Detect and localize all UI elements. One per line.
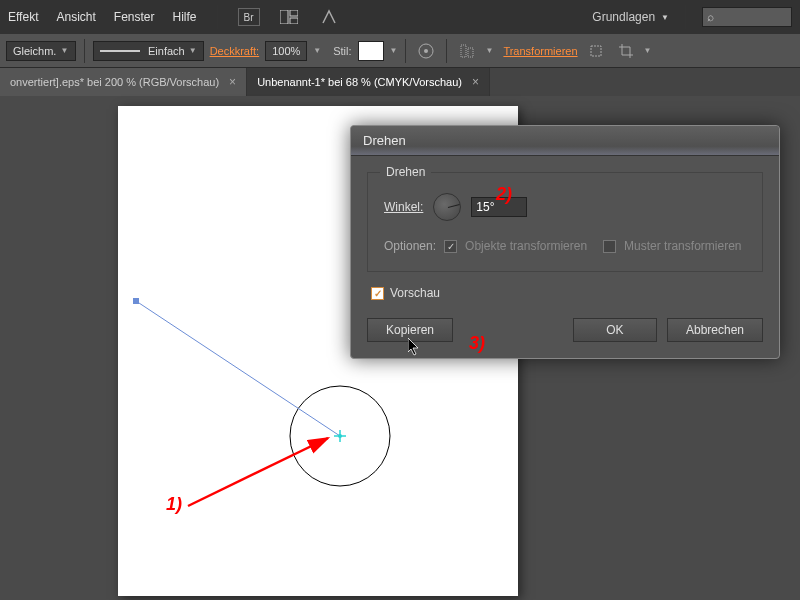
angle-input-field[interactable] (476, 200, 522, 214)
tab-document-2[interactable]: Unbenannt-1* bei 68 % (CMYK/Vorschau) × (247, 68, 490, 96)
transform-objects-label: Objekte transformieren (465, 239, 587, 253)
angle-dial[interactable] (433, 193, 461, 221)
search-icon: ⌕ (707, 10, 714, 24)
svg-rect-1 (290, 10, 298, 16)
cancel-button[interactable]: Abbrechen (667, 318, 763, 342)
rotate-fieldset: Drehen Winkel: Optionen: Objekte transfo… (367, 172, 763, 272)
opacity-field[interactable]: 100% (265, 41, 307, 61)
svg-line-9 (136, 301, 340, 436)
options-bar: Gleichm.▼ Einfach▼ Deckkraft: 100% ▼ Sti… (0, 34, 800, 68)
chevron-down-icon: ▼ (60, 46, 68, 55)
close-icon[interactable]: × (472, 75, 479, 89)
chevron-down-icon: ▼ (661, 13, 669, 22)
dialog-titlebar[interactable]: Drehen (351, 126, 779, 156)
transform-objects-checkbox[interactable] (444, 240, 457, 253)
chevron-down-icon[interactable]: ▼ (485, 46, 493, 55)
tab-label: onvertiert].eps* bei 200 % (RGB/Vorschau… (10, 76, 219, 88)
crop-icon[interactable] (614, 39, 638, 63)
preview-checkbox[interactable] (371, 287, 384, 300)
tab-document-1[interactable]: onvertiert].eps* bei 200 % (RGB/Vorschau… (0, 68, 247, 96)
workspace-label: Grundlagen (592, 10, 655, 24)
style-swatch[interactable] (358, 41, 384, 61)
cursor-icon (408, 338, 422, 358)
isolate-icon[interactable] (584, 39, 608, 63)
opacity-label[interactable]: Deckkraft: (210, 45, 260, 57)
svg-rect-10 (133, 298, 139, 304)
chevron-down-icon[interactable]: ▼ (644, 46, 652, 55)
transform-link[interactable]: Transformieren (503, 45, 577, 57)
chevron-down-icon[interactable]: ▼ (313, 46, 321, 55)
menu-hilfe[interactable]: Hilfe (173, 10, 197, 24)
style-label: Stil: (333, 45, 351, 57)
tab-label: Unbenannt-1* bei 68 % (CMYK/Vorschau) (257, 76, 462, 88)
options-label: Optionen: (384, 239, 436, 253)
dialog-title: Drehen (363, 133, 406, 148)
menu-bar: Effekt Ansicht Fenster Hilfe Br Grundlag… (0, 0, 800, 34)
svg-rect-6 (468, 48, 473, 57)
rotate-dialog: Drehen Drehen Winkel: Optionen: Objekte … (350, 125, 780, 359)
search-input[interactable]: ⌕ (702, 7, 792, 27)
align-dropdown[interactable]: Gleichm.▼ (6, 41, 76, 61)
angle-input[interactable] (471, 197, 527, 217)
svg-rect-5 (461, 45, 466, 57)
transform-patterns-checkbox[interactable] (603, 240, 616, 253)
svg-point-13 (338, 434, 342, 438)
svg-rect-7 (591, 46, 601, 56)
angle-label: Winkel: (384, 200, 423, 214)
workspace-switcher[interactable]: Grundlagen ▼ (592, 10, 669, 24)
bridge-icon[interactable]: Br (238, 8, 260, 26)
stroke-profile-dropdown[interactable]: Einfach▼ (93, 41, 204, 61)
transform-patterns-label: Muster transformieren (624, 239, 741, 253)
close-icon[interactable]: × (229, 75, 236, 89)
ok-button[interactable]: OK (573, 318, 657, 342)
arrange-documents-icon[interactable] (278, 6, 300, 28)
document-tabs: onvertiert].eps* bei 200 % (RGB/Vorschau… (0, 68, 800, 96)
svg-rect-0 (280, 10, 288, 24)
fieldset-legend: Drehen (380, 165, 431, 179)
svg-point-4 (424, 49, 428, 53)
align-panel-icon[interactable] (455, 39, 479, 63)
menu-effekt[interactable]: Effekt (8, 10, 38, 24)
recolor-icon[interactable] (414, 39, 438, 63)
preview-label: Vorschau (390, 286, 440, 300)
chevron-down-icon: ▼ (189, 46, 197, 55)
chevron-down-icon[interactable]: ▼ (390, 46, 398, 55)
svg-line-14 (188, 438, 328, 506)
svg-rect-2 (290, 18, 298, 24)
gpu-icon[interactable] (318, 6, 340, 28)
menu-ansicht[interactable]: Ansicht (56, 10, 95, 24)
menu-fenster[interactable]: Fenster (114, 10, 155, 24)
